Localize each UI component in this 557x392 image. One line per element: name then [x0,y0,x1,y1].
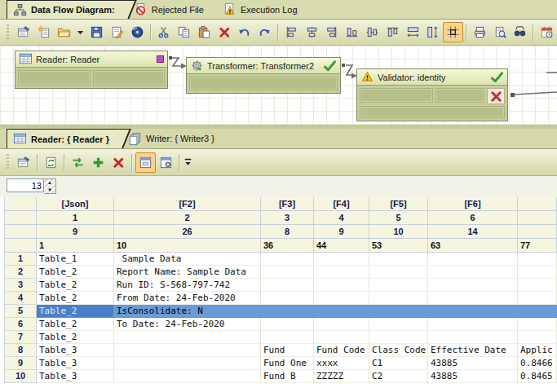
grid-cell[interactable] [261,266,314,279]
table-row[interactable]: 4Table_2From Date: 24-Feb-2020 [0,292,557,305]
node-header[interactable]: Reader: Reader [15,51,167,68]
row-number[interactable]: 3 [5,279,37,292]
column-header[interactable]: 44 [314,239,369,253]
find-button[interactable] [510,22,530,42]
align-right-button[interactable] [322,22,343,42]
grid-cell[interactable]: Table_2 [37,305,114,318]
grid-cell[interactable] [428,292,518,305]
disk-button[interactable] [127,22,148,42]
table-row-selected[interactable]: 5Table_2IsConsolidate: N [0,305,557,318]
grid-cell[interactable] [114,331,261,344]
delete-button[interactable] [108,152,129,173]
grid-cell[interactable] [261,305,314,318]
node-port-cell[interactable] [435,88,484,103]
row-number-header[interactable] [5,197,37,211]
grid-cell[interactable]: 43885 [428,357,518,370]
tab-writer-preview[interactable]: Writer: { Writer3 } [122,129,228,148]
grid-cell[interactable] [261,331,314,344]
grid-cell[interactable] [114,357,261,370]
grid-cell[interactable] [314,318,369,331]
row-number[interactable]: 4 [5,292,37,305]
column-header[interactable] [518,211,557,225]
column-header[interactable]: 26 [114,225,261,239]
grid-cell[interactable] [518,292,557,305]
undo-button[interactable] [235,22,255,42]
align-center-button[interactable] [302,22,322,42]
column-header[interactable]: 2 [114,211,261,225]
row-number[interactable]: 6 [5,318,37,331]
save-button[interactable] [86,22,107,42]
row-number[interactable]: 9 [5,357,37,370]
grid-cell[interactable]: 43885 [428,370,518,383]
column-header[interactable]: 53 [369,239,428,253]
grid-cell[interactable]: Table_2 [37,292,114,305]
tab-rejected-file[interactable]: Rejected File [128,0,217,19]
grid-cell[interactable] [314,292,369,305]
validate-button[interactable] [107,22,127,42]
copy-button[interactable] [174,22,194,42]
column-header[interactable]: 63 [428,239,518,253]
grid-cell[interactable]: Fund One [261,357,314,370]
spin-down-icon[interactable]: ▼ [44,187,55,194]
grid-cell[interactable] [428,305,518,318]
grid-cell[interactable] [518,279,557,292]
grid-cell[interactable] [518,253,557,266]
grid-cell[interactable] [261,279,314,292]
refresh-button[interactable] [41,152,61,173]
grid-cell[interactable] [314,331,369,344]
grid-cell[interactable] [518,266,557,279]
align-bottom-button[interactable] [342,22,362,42]
tab-data-flow-diagram[interactable]: Data Flow Diagram: [7,0,128,19]
row-number[interactable]: 10 [5,370,37,383]
grid-cell[interactable] [261,292,314,305]
row-number[interactable]: 5 [5,305,37,318]
snap-grid-button[interactable] [443,22,463,42]
grid-cell[interactable]: Fund Code [314,344,369,357]
align-middle-button[interactable] [362,22,382,42]
grid-cell[interactable]: Table_3 [37,370,114,383]
table-row[interactable]: 9Table_3Fund OnexxxxC1438850.8466 [0,357,557,370]
node-reader[interactable]: Reader: Reader [15,51,168,89]
grid-cell[interactable] [261,318,314,331]
grid-cell[interactable]: 0.8465 [518,370,557,383]
node-port-cell[interactable] [360,88,433,103]
grid-cell[interactable] [114,370,261,383]
column-header[interactable] [518,197,557,211]
node-header[interactable]: Validator: identity [357,69,507,86]
grid-cell[interactable]: xxxx [314,357,369,370]
overflow-button[interactable] [183,152,195,173]
tab-reader-preview[interactable]: Reader: { Reader } [7,129,122,148]
spin-up-icon[interactable]: ▲ [44,179,55,187]
column-header[interactable]: [F4] [314,197,369,211]
row-count-input[interactable] [7,178,44,192]
caret-button[interactable] [74,22,86,42]
row-number[interactable]: 8 [5,344,37,357]
tab-execution-log[interactable]: Execution Log [217,0,311,19]
column-header[interactable]: 9 [37,225,114,239]
column-header[interactable]: 10 [369,225,428,239]
grid-cell[interactable]: Table_3 [37,344,114,357]
grid-cell[interactable] [369,279,428,292]
column-header[interactable]: 9 [314,225,369,239]
preview-toggle-button[interactable] [135,152,156,173]
cut-button[interactable] [154,22,175,42]
column-header[interactable]: [Json] [37,197,114,211]
column-header[interactable]: 77 [518,239,557,253]
grid-cell[interactable]: Table_3 [37,357,114,370]
align-left-button[interactable] [281,22,302,42]
row-number[interactable]: 7 [5,331,37,344]
column-header[interactable]: 14 [428,225,518,239]
grid-cell[interactable] [314,279,369,292]
grid-cell[interactable]: Effective Date [428,344,518,357]
table-row[interactable]: 2Table_2Report Name: Sample Data [0,266,557,279]
same-height-button[interactable] [422,22,443,42]
table-row[interactable]: 7Table_2 [0,331,557,344]
table-row[interactable]: 8Table_3FundFund CodeClass CodeEffective… [0,344,557,357]
node-port-cell[interactable] [360,106,505,118]
grid-cell[interactable] [428,279,518,292]
node-header[interactable]: Transformer: Transformer2 [187,58,340,74]
properties-button[interactable] [14,152,34,173]
redo-button[interactable] [254,22,275,42]
grid-cell[interactable] [114,344,261,357]
error-x-button[interactable] [487,88,505,104]
